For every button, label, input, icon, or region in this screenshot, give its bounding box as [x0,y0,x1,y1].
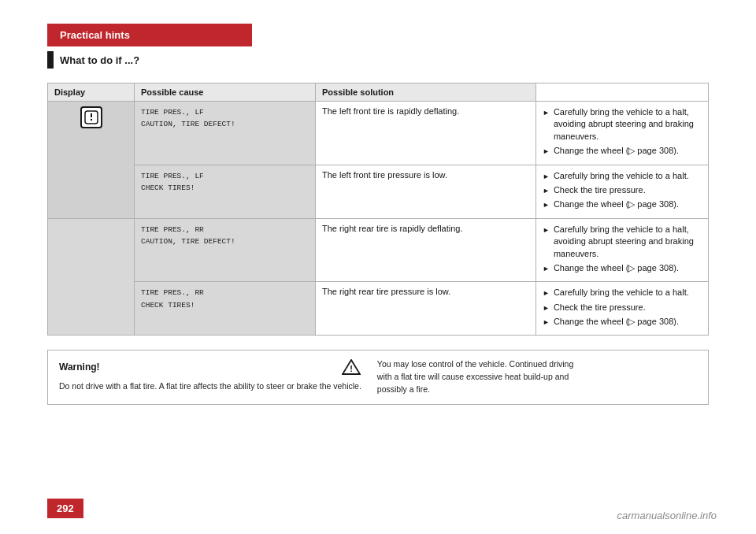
arrow-bullet-icon: ► [543,108,550,118]
black-bar-accent [47,51,54,69]
warning-left: Warning! ! Do not drive with a flat tire… [59,358,361,393]
solution-item: ►Carefully bring the vehicle to a halt, … [543,106,702,143]
warning-section: Warning! ! Do not drive with a flat tire… [47,350,709,404]
solution-text: Carefully bring the vehicle to a halt, a… [554,224,702,260]
display-code: TIRE PRES., LFCHECK TIRES! [141,172,204,192]
solution-text: Change the wheel (▷ page 308). [554,262,679,274]
warning-label: Warning! [59,362,100,373]
table-row: TIRE PRES., LFCHECK TIRES!The left front… [48,165,709,218]
display-code: TIRE PRES., RRCAUTION, TIRE DEFECT! [141,225,235,246]
col-header-solution: Possible solution [316,83,536,102]
watermark: carmanualsonline.info [617,510,717,521]
solution-text: Carefully bring the vehicle to a halt. [554,287,689,299]
warning-body: Do not drive with a flat tire. A flat ti… [59,380,361,393]
display-empty-cell [48,218,135,336]
warning-right-text: You may lose control of the vehicle. Con… [377,358,582,395]
arrow-bullet-icon: ► [543,200,550,210]
solution-text: Check the tire pressure. [554,184,646,196]
table-row: TIRE PRES., RRCHECK TIRES!The right rear… [48,282,709,336]
solution-item: ►Check the tire pressure. [543,184,702,196]
table-header-row: Display Possible cause Possible solution [48,83,709,102]
display-text-cell: TIRE PRES., RRCHECK TIRES! [135,282,316,336]
arrow-bullet-icon: ► [543,225,550,235]
solution-text: Change the wheel (▷ page 308). [554,316,679,328]
cause-cell: The left front tire is rapidly deflating… [316,102,536,165]
col-header-cause: Possible cause [135,83,316,102]
solution-text: Change the wheel (▷ page 308). [554,145,679,157]
solution-text: Change the wheel (▷ page 308). [554,198,679,210]
solution-item: ►Carefully bring the vehicle to a halt. [543,170,702,182]
warning-triangle-icon: ! [341,358,361,376]
solution-text: Carefully bring the vehicle to a halt, a… [554,106,702,143]
svg-text:!: ! [350,364,353,373]
solution-item: ►Carefully bring the vehicle to a halt. [543,287,702,299]
arrow-bullet-icon: ► [543,186,550,196]
header-bar: Practical hints [47,24,252,46]
svg-point-2 [90,119,91,121]
solution-item: ►Carefully bring the vehicle to a halt, … [543,224,702,260]
warning-title-row: Warning! ! [59,358,361,376]
solution-item: ►Change the wheel (▷ page 308). [543,198,702,210]
solution-item: ►Change the wheel (▷ page 308). [543,262,702,274]
display-code: TIRE PRES., LFCAUTION, TIRE DEFECT! [141,108,235,128]
tire-pressure-icon [80,106,102,128]
solution-text: Carefully bring the vehicle to a halt. [554,170,689,182]
col-header-display: Display [48,83,135,102]
display-text-cell: TIRE PRES., LFCHECK TIRES! [135,165,316,218]
solution-cell: ►Carefully bring the vehicle to a halt.►… [536,282,709,336]
solution-item: ►Change the wheel (▷ page 308). [543,145,702,157]
table-row: TIRE PRES., LFCAUTION, TIRE DEFECT!The l… [48,102,709,165]
table-row: TIRE PRES., RRCAUTION, TIRE DEFECT!The r… [48,218,709,282]
solution-item: ►Change the wheel (▷ page 308). [543,316,702,328]
arrow-bullet-icon: ► [543,264,550,274]
solution-cell: ►Carefully bring the vehicle to a halt, … [536,102,709,165]
solution-text: Check the tire pressure. [554,302,646,313]
arrow-bullet-icon: ► [543,146,550,157]
arrow-bullet-icon: ► [543,172,550,182]
section-title-row: What to do if ...? [47,51,709,69]
main-table: Display Possible cause Possible solution… [47,83,709,336]
display-icon-cell [48,102,135,219]
section-title: What to do if ...? [60,54,139,66]
solution-cell: ►Carefully bring the vehicle to a halt, … [536,218,709,282]
cause-cell: The left front tire pressure is low. [316,165,536,218]
page-number: 292 [47,499,83,518]
arrow-bullet-icon: ► [543,303,550,313]
solution-item: ►Check the tire pressure. [543,302,702,313]
solution-cell: ►Carefully bring the vehicle to a halt.►… [536,165,709,218]
cause-cell: The right rear tire is rapidly deflating… [316,218,536,282]
display-text-cell: TIRE PRES., RRCAUTION, TIRE DEFECT! [135,218,316,282]
display-text-cell: TIRE PRES., LFCAUTION, TIRE DEFECT! [135,102,316,165]
display-code: TIRE PRES., RRCHECK TIRES! [141,288,204,309]
arrow-bullet-icon: ► [543,288,550,299]
cause-cell: The right rear tire pressure is low. [316,282,536,336]
header-tab-label: Practical hints [60,29,130,41]
arrow-bullet-icon: ► [543,317,550,328]
